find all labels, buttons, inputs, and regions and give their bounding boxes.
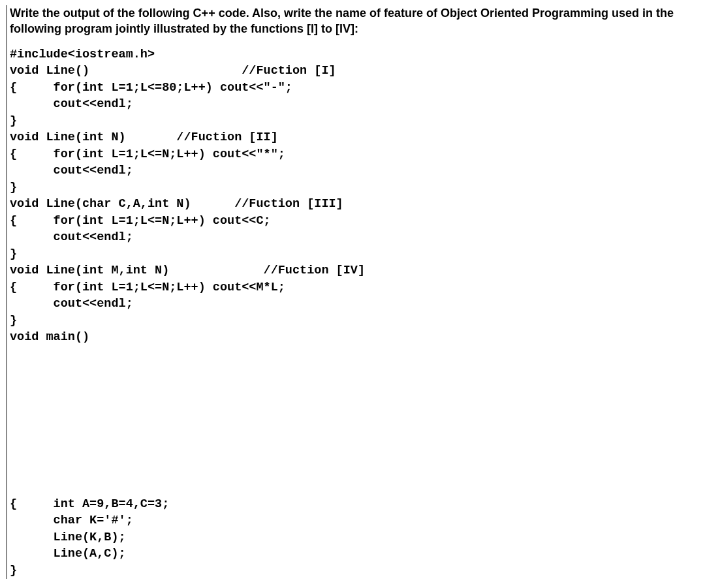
question-text: Write the output of the following C++ co…: [10, 5, 698, 37]
code-block-bottom: { int A=9,B=4,C=3; char K='#'; Line(K,B)…: [10, 496, 698, 580]
code-block-top: #include<iostream.h> void Line() //Fucti…: [10, 46, 698, 346]
